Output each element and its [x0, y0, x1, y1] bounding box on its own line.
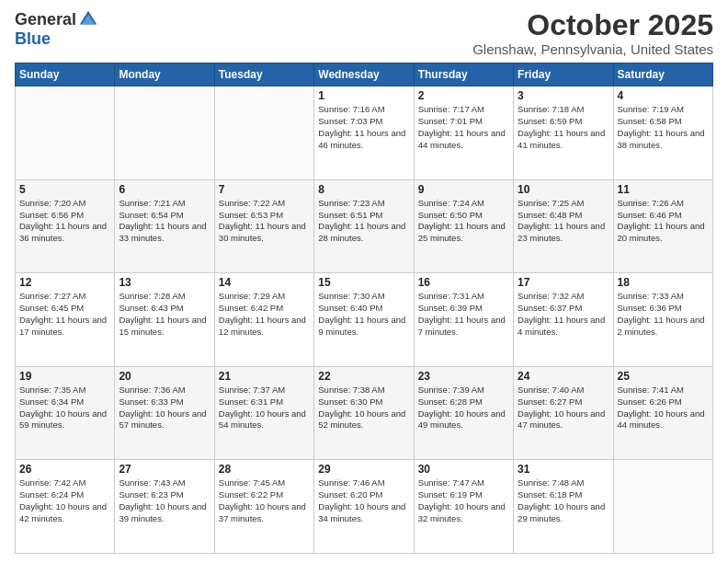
page: General Blue October 2025 Glenshaw, Penn…	[0, 0, 728, 563]
calendar-cell: 4Sunrise: 7:19 AM Sunset: 6:58 PM Daylig…	[613, 86, 712, 180]
cell-day-number: 24	[518, 370, 609, 383]
calendar-cell: 24Sunrise: 7:40 AM Sunset: 6:27 PM Dayli…	[514, 366, 613, 460]
cell-day-number: 27	[119, 463, 210, 476]
cell-info: Sunrise: 7:27 AM Sunset: 6:45 PM Dayligh…	[19, 291, 110, 338]
cell-info: Sunrise: 7:30 AM Sunset: 6:40 PM Dayligh…	[318, 291, 409, 338]
title-section: October 2025 Glenshaw, Pennsylvania, Uni…	[472, 9, 713, 57]
calendar-cell: 22Sunrise: 7:38 AM Sunset: 6:30 PM Dayli…	[314, 366, 414, 460]
cell-info: Sunrise: 7:38 AM Sunset: 6:30 PM Dayligh…	[318, 385, 409, 431]
calendar-cell: 7Sunrise: 7:22 AM Sunset: 6:53 PM Daylig…	[214, 179, 313, 273]
cell-info: Sunrise: 7:31 AM Sunset: 6:39 PM Dayligh…	[418, 291, 509, 338]
cell-info: Sunrise: 7:40 AM Sunset: 6:27 PM Dayligh…	[518, 385, 609, 431]
cell-info: Sunrise: 7:33 AM Sunset: 6:36 PM Dayligh…	[618, 291, 709, 338]
cell-day-number: 23	[418, 370, 509, 383]
cell-day-number: 6	[119, 183, 210, 196]
cell-day-number: 12	[19, 276, 110, 289]
cell-info: Sunrise: 7:16 AM Sunset: 7:03 PM Dayligh…	[318, 104, 409, 151]
cell-day-number: 26	[19, 463, 110, 476]
cell-info: Sunrise: 7:19 AM Sunset: 6:58 PM Dayligh…	[618, 104, 709, 151]
calendar-cell: 16Sunrise: 7:31 AM Sunset: 6:39 PM Dayli…	[414, 273, 513, 367]
calendar-cell	[115, 86, 214, 180]
logo: General Blue	[15, 9, 98, 49]
cell-day-number: 19	[19, 370, 110, 383]
logo-blue-text: Blue	[15, 29, 51, 49]
cell-day-number: 15	[318, 276, 409, 289]
calendar-week-row: 19Sunrise: 7:35 AM Sunset: 6:34 PM Dayli…	[16, 366, 713, 460]
cell-day-number: 31	[518, 463, 609, 476]
cell-info: Sunrise: 7:22 AM Sunset: 6:53 PM Dayligh…	[219, 198, 310, 245]
calendar-cell: 29Sunrise: 7:46 AM Sunset: 6:20 PM Dayli…	[314, 460, 414, 554]
calendar-cell: 10Sunrise: 7:25 AM Sunset: 6:48 PM Dayli…	[514, 179, 613, 273]
calendar-cell: 18Sunrise: 7:33 AM Sunset: 6:36 PM Dayli…	[613, 273, 712, 367]
calendar-week-row: 12Sunrise: 7:27 AM Sunset: 6:45 PM Dayli…	[16, 273, 713, 367]
calendar-cell: 12Sunrise: 7:27 AM Sunset: 6:45 PM Dayli…	[16, 273, 115, 367]
calendar-cell: 2Sunrise: 7:17 AM Sunset: 7:01 PM Daylig…	[414, 86, 513, 180]
calendar-cell: 30Sunrise: 7:47 AM Sunset: 6:19 PM Dayli…	[414, 460, 513, 554]
calendar-cell: 28Sunrise: 7:45 AM Sunset: 6:22 PM Dayli…	[214, 460, 313, 554]
cell-day-number: 11	[618, 183, 709, 196]
calendar-cell: 25Sunrise: 7:41 AM Sunset: 6:26 PM Dayli…	[613, 366, 712, 460]
cell-info: Sunrise: 7:29 AM Sunset: 6:42 PM Dayligh…	[219, 291, 310, 338]
cell-info: Sunrise: 7:47 AM Sunset: 6:19 PM Dayligh…	[418, 477, 509, 524]
cell-info: Sunrise: 7:45 AM Sunset: 6:22 PM Dayligh…	[219, 477, 310, 524]
cell-day-number: 22	[318, 370, 409, 383]
calendar-cell: 14Sunrise: 7:29 AM Sunset: 6:42 PM Dayli…	[214, 273, 313, 367]
cell-info: Sunrise: 7:43 AM Sunset: 6:23 PM Dayligh…	[119, 477, 210, 524]
cell-info: Sunrise: 7:37 AM Sunset: 6:31 PM Dayligh…	[219, 385, 310, 431]
calendar-week-row: 5Sunrise: 7:20 AM Sunset: 6:56 PM Daylig…	[16, 179, 713, 273]
calendar-cell: 15Sunrise: 7:30 AM Sunset: 6:40 PM Dayli…	[314, 273, 414, 367]
cell-info: Sunrise: 7:48 AM Sunset: 6:18 PM Dayligh…	[518, 477, 609, 524]
calendar-cell: 9Sunrise: 7:24 AM Sunset: 6:50 PM Daylig…	[414, 179, 513, 273]
logo-icon	[78, 9, 98, 29]
cell-day-number: 21	[219, 370, 310, 383]
cell-day-number: 3	[518, 89, 609, 102]
calendar-cell: 19Sunrise: 7:35 AM Sunset: 6:34 PM Dayli…	[16, 366, 115, 460]
cell-info: Sunrise: 7:18 AM Sunset: 6:59 PM Dayligh…	[518, 104, 609, 151]
cell-day-number: 29	[318, 463, 409, 476]
day-header-saturday: Saturday	[613, 63, 712, 86]
day-header-sunday: Sunday	[16, 63, 115, 86]
cell-info: Sunrise: 7:39 AM Sunset: 6:28 PM Dayligh…	[418, 385, 509, 431]
cell-info: Sunrise: 7:20 AM Sunset: 6:56 PM Dayligh…	[19, 198, 110, 245]
month-title: October 2025	[472, 9, 713, 41]
cell-day-number: 8	[318, 183, 409, 196]
day-header-friday: Friday	[514, 63, 613, 86]
cell-info: Sunrise: 7:21 AM Sunset: 6:54 PM Dayligh…	[119, 198, 210, 245]
cell-day-number: 2	[418, 89, 509, 102]
calendar-cell: 23Sunrise: 7:39 AM Sunset: 6:28 PM Dayli…	[414, 366, 513, 460]
cell-info: Sunrise: 7:28 AM Sunset: 6:43 PM Dayligh…	[119, 291, 210, 338]
cell-info: Sunrise: 7:35 AM Sunset: 6:34 PM Dayligh…	[19, 385, 110, 431]
calendar-cell: 8Sunrise: 7:23 AM Sunset: 6:51 PM Daylig…	[314, 179, 414, 273]
day-header-wednesday: Wednesday	[314, 63, 414, 86]
cell-day-number: 13	[119, 276, 210, 289]
logo-general-text: General	[15, 10, 76, 29]
calendar-cell: 31Sunrise: 7:48 AM Sunset: 6:18 PM Dayli…	[514, 460, 613, 554]
cell-info: Sunrise: 7:17 AM Sunset: 7:01 PM Dayligh…	[418, 104, 509, 151]
calendar-cell	[613, 460, 712, 554]
cell-day-number: 5	[19, 183, 110, 196]
calendar-cell: 21Sunrise: 7:37 AM Sunset: 6:31 PM Dayli…	[214, 366, 313, 460]
cell-day-number: 1	[318, 89, 409, 102]
calendar-table: SundayMondayTuesdayWednesdayThursdayFrid…	[15, 63, 713, 554]
day-header-thursday: Thursday	[414, 63, 513, 86]
calendar-cell: 3Sunrise: 7:18 AM Sunset: 6:59 PM Daylig…	[514, 86, 613, 180]
cell-info: Sunrise: 7:42 AM Sunset: 6:24 PM Dayligh…	[19, 477, 110, 524]
calendar-cell: 17Sunrise: 7:32 AM Sunset: 6:37 PM Dayli…	[514, 273, 613, 367]
location: Glenshaw, Pennsylvania, United States	[472, 41, 713, 57]
cell-day-number: 7	[219, 183, 310, 196]
calendar-cell: 1Sunrise: 7:16 AM Sunset: 7:03 PM Daylig…	[314, 86, 414, 180]
calendar-cell: 20Sunrise: 7:36 AM Sunset: 6:33 PM Dayli…	[115, 366, 214, 460]
cell-day-number: 10	[518, 183, 609, 196]
cell-info: Sunrise: 7:41 AM Sunset: 6:26 PM Dayligh…	[618, 385, 709, 431]
calendar-cell: 27Sunrise: 7:43 AM Sunset: 6:23 PM Dayli…	[115, 460, 214, 554]
cell-day-number: 14	[219, 276, 310, 289]
cell-info: Sunrise: 7:25 AM Sunset: 6:48 PM Dayligh…	[518, 198, 609, 245]
calendar-cell: 11Sunrise: 7:26 AM Sunset: 6:46 PM Dayli…	[613, 179, 712, 273]
calendar-cell	[16, 86, 115, 180]
calendar-cell: 6Sunrise: 7:21 AM Sunset: 6:54 PM Daylig…	[115, 179, 214, 273]
calendar-cell: 13Sunrise: 7:28 AM Sunset: 6:43 PM Dayli…	[115, 273, 214, 367]
cell-day-number: 30	[418, 463, 509, 476]
cell-day-number: 17	[518, 276, 609, 289]
calendar-cell	[214, 86, 313, 180]
cell-info: Sunrise: 7:24 AM Sunset: 6:50 PM Dayligh…	[418, 198, 509, 245]
